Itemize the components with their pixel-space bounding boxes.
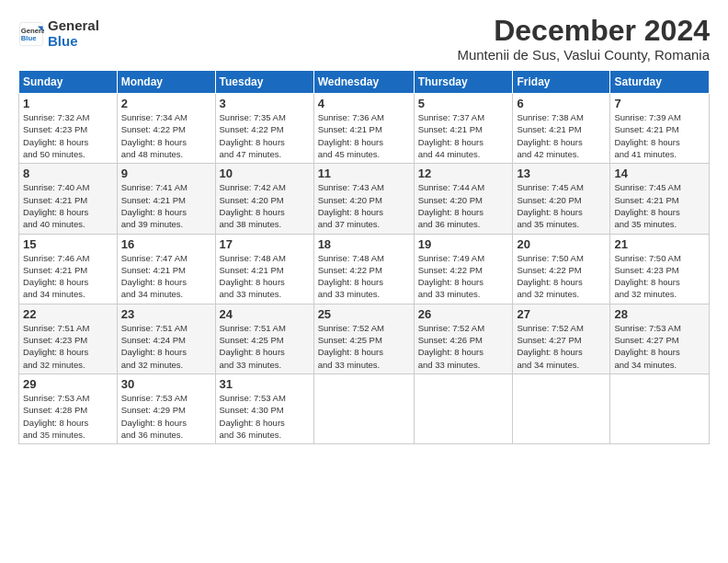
day-info: Sunrise: 7:35 AM Sunset: 4:22 PM Dayligh… — [220, 111, 310, 160]
day-number: 29 — [23, 377, 113, 391]
day-info: Sunrise: 7:50 AM Sunset: 4:23 PM Dayligh… — [614, 252, 705, 301]
table-row: 15Sunrise: 7:46 AM Sunset: 4:21 PM Dayli… — [19, 234, 118, 304]
day-number: 30 — [121, 377, 211, 391]
day-info: Sunrise: 7:48 AM Sunset: 4:21 PM Dayligh… — [220, 252, 310, 301]
table-row — [414, 373, 513, 443]
col-wednesday: Wednesday — [313, 71, 414, 94]
logo-text: General Blue — [48, 18, 99, 49]
table-row: 27Sunrise: 7:52 AM Sunset: 4:27 PM Dayli… — [513, 304, 610, 373]
day-info: Sunrise: 7:40 AM Sunset: 4:21 PM Dayligh… — [23, 181, 113, 230]
table-row: 19Sunrise: 7:49 AM Sunset: 4:22 PM Dayli… — [414, 234, 513, 304]
day-info: Sunrise: 7:32 AM Sunset: 4:23 PM Dayligh… — [23, 111, 113, 160]
day-number: 11 — [318, 167, 410, 180]
day-number: 13 — [517, 167, 606, 180]
table-row: 14Sunrise: 7:45 AM Sunset: 4:21 PM Dayli… — [610, 164, 710, 234]
main-title: December 2024 — [457, 15, 710, 47]
day-info: Sunrise: 7:53 AM Sunset: 4:27 PM Dayligh… — [614, 322, 705, 371]
day-info: Sunrise: 7:44 AM Sunset: 4:20 PM Dayligh… — [418, 181, 509, 230]
day-info: Sunrise: 7:53 AM Sunset: 4:28 PM Dayligh… — [23, 392, 113, 441]
subtitle: Muntenii de Sus, Vaslui County, Romania — [457, 47, 710, 63]
day-number: 6 — [517, 97, 606, 110]
day-number: 26 — [418, 307, 509, 321]
day-info: Sunrise: 7:39 AM Sunset: 4:21 PM Dayligh… — [614, 111, 705, 160]
day-info: Sunrise: 7:47 AM Sunset: 4:21 PM Dayligh… — [121, 252, 211, 301]
table-row: 25Sunrise: 7:52 AM Sunset: 4:25 PM Dayli… — [313, 304, 414, 373]
day-number: 20 — [517, 237, 606, 251]
table-row: 21Sunrise: 7:50 AM Sunset: 4:23 PM Dayli… — [610, 234, 710, 304]
table-row: 22Sunrise: 7:51 AM Sunset: 4:23 PM Dayli… — [19, 304, 118, 373]
table-row: 24Sunrise: 7:51 AM Sunset: 4:25 PM Dayli… — [215, 304, 313, 373]
day-number: 9 — [121, 167, 211, 180]
day-number: 10 — [220, 167, 310, 180]
day-number: 18 — [318, 237, 410, 251]
day-number: 16 — [121, 237, 211, 251]
table-row: 10Sunrise: 7:42 AM Sunset: 4:20 PM Dayli… — [215, 164, 313, 234]
calendar-week-1: 1Sunrise: 7:32 AM Sunset: 4:23 PM Daylig… — [19, 94, 710, 164]
day-info: Sunrise: 7:45 AM Sunset: 4:21 PM Dayligh… — [614, 181, 705, 230]
day-info: Sunrise: 7:51 AM Sunset: 4:25 PM Dayligh… — [220, 322, 310, 371]
day-number: 12 — [418, 167, 509, 180]
day-number: 1 — [23, 97, 113, 110]
logo-icon: General Blue — [18, 21, 44, 47]
table-row: 12Sunrise: 7:44 AM Sunset: 4:20 PM Dayli… — [414, 164, 513, 234]
col-thursday: Thursday — [414, 71, 513, 94]
table-row — [513, 373, 610, 443]
day-number: 2 — [121, 97, 211, 110]
day-info: Sunrise: 7:53 AM Sunset: 4:29 PM Dayligh… — [121, 392, 211, 441]
day-number: 21 — [614, 237, 705, 251]
table-row: 5Sunrise: 7:37 AM Sunset: 4:21 PM Daylig… — [414, 94, 513, 164]
day-info: Sunrise: 7:53 AM Sunset: 4:30 PM Dayligh… — [220, 392, 310, 441]
day-info: Sunrise: 7:45 AM Sunset: 4:20 PM Dayligh… — [517, 181, 606, 230]
logo: General Blue General Blue — [18, 18, 99, 49]
header: General Blue General Blue December 2024 … — [18, 15, 710, 63]
day-info: Sunrise: 7:42 AM Sunset: 4:20 PM Dayligh… — [220, 181, 310, 230]
day-number: 27 — [517, 307, 606, 321]
day-info: Sunrise: 7:34 AM Sunset: 4:22 PM Dayligh… — [121, 111, 211, 160]
table-row: 3Sunrise: 7:35 AM Sunset: 4:22 PM Daylig… — [215, 94, 313, 164]
day-info: Sunrise: 7:36 AM Sunset: 4:21 PM Dayligh… — [318, 111, 410, 160]
table-row — [610, 373, 710, 443]
calendar-week-3: 15Sunrise: 7:46 AM Sunset: 4:21 PM Dayli… — [19, 234, 710, 304]
day-number: 8 — [23, 167, 113, 180]
calendar-week-5: 29Sunrise: 7:53 AM Sunset: 4:28 PM Dayli… — [19, 373, 710, 443]
table-row: 13Sunrise: 7:45 AM Sunset: 4:20 PM Dayli… — [513, 164, 610, 234]
table-row: 18Sunrise: 7:48 AM Sunset: 4:22 PM Dayli… — [313, 234, 414, 304]
title-block: December 2024 Muntenii de Sus, Vaslui Co… — [457, 15, 710, 63]
day-number: 24 — [220, 307, 310, 321]
table-row: 20Sunrise: 7:50 AM Sunset: 4:22 PM Dayli… — [513, 234, 610, 304]
day-info: Sunrise: 7:41 AM Sunset: 4:21 PM Dayligh… — [121, 181, 211, 230]
day-number: 17 — [220, 237, 310, 251]
col-friday: Friday — [513, 71, 610, 94]
col-sunday: Sunday — [19, 71, 118, 94]
table-row: 4Sunrise: 7:36 AM Sunset: 4:21 PM Daylig… — [313, 94, 414, 164]
day-number: 28 — [614, 307, 705, 321]
day-info: Sunrise: 7:52 AM Sunset: 4:27 PM Dayligh… — [517, 322, 606, 371]
day-info: Sunrise: 7:50 AM Sunset: 4:22 PM Dayligh… — [517, 252, 606, 301]
table-row: 11Sunrise: 7:43 AM Sunset: 4:20 PM Dayli… — [313, 164, 414, 234]
col-saturday: Saturday — [610, 71, 710, 94]
table-row: 1Sunrise: 7:32 AM Sunset: 4:23 PM Daylig… — [19, 94, 118, 164]
day-info: Sunrise: 7:46 AM Sunset: 4:21 PM Dayligh… — [23, 252, 113, 301]
day-info: Sunrise: 7:43 AM Sunset: 4:20 PM Dayligh… — [318, 181, 410, 230]
table-row: 31Sunrise: 7:53 AM Sunset: 4:30 PM Dayli… — [215, 373, 313, 443]
calendar-week-4: 22Sunrise: 7:51 AM Sunset: 4:23 PM Dayli… — [19, 304, 710, 373]
day-info: Sunrise: 7:52 AM Sunset: 4:25 PM Dayligh… — [318, 322, 410, 371]
day-info: Sunrise: 7:38 AM Sunset: 4:21 PM Dayligh… — [517, 111, 606, 160]
day-info: Sunrise: 7:52 AM Sunset: 4:26 PM Dayligh… — [418, 322, 509, 371]
calendar-header-row: Sunday Monday Tuesday Wednesday Thursday… — [19, 71, 710, 94]
day-info: Sunrise: 7:48 AM Sunset: 4:22 PM Dayligh… — [318, 252, 410, 301]
day-info: Sunrise: 7:51 AM Sunset: 4:23 PM Dayligh… — [23, 322, 113, 371]
table-row: 23Sunrise: 7:51 AM Sunset: 4:24 PM Dayli… — [117, 304, 215, 373]
day-number: 14 — [614, 167, 705, 180]
table-row: 8Sunrise: 7:40 AM Sunset: 4:21 PM Daylig… — [19, 164, 118, 234]
table-row: 17Sunrise: 7:48 AM Sunset: 4:21 PM Dayli… — [215, 234, 313, 304]
table-row: 28Sunrise: 7:53 AM Sunset: 4:27 PM Dayli… — [610, 304, 710, 373]
day-number: 31 — [220, 377, 310, 391]
day-number: 15 — [23, 237, 113, 251]
page: General Blue General Blue December 2024 … — [0, 0, 728, 563]
day-info: Sunrise: 7:51 AM Sunset: 4:24 PM Dayligh… — [121, 322, 211, 371]
table-row: 9Sunrise: 7:41 AM Sunset: 4:21 PM Daylig… — [117, 164, 215, 234]
table-row: 29Sunrise: 7:53 AM Sunset: 4:28 PM Dayli… — [19, 373, 118, 443]
day-number: 3 — [220, 97, 310, 110]
day-info: Sunrise: 7:37 AM Sunset: 4:21 PM Dayligh… — [418, 111, 509, 160]
